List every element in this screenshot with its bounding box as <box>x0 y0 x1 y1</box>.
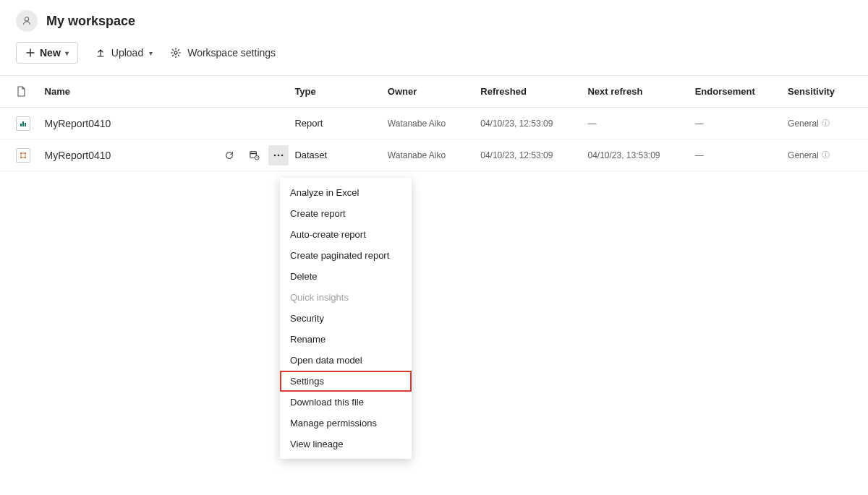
svg-point-13 <box>281 154 284 156</box>
row-refreshed: 04/10/23, 12:53:09 <box>480 150 587 160</box>
row-owner: Watanabe Aiko <box>388 119 480 129</box>
svg-point-11 <box>274 154 276 156</box>
workspace-header: My workspace <box>0 0 868 39</box>
workspace-settings-button[interactable]: Workspace settings <box>170 47 276 59</box>
schedule-refresh-button[interactable] <box>244 145 264 165</box>
more-options-button[interactable] <box>268 145 289 165</box>
column-header-endorsement[interactable]: Endorsement <box>695 86 788 97</box>
upload-label: Upload <box>111 47 143 59</box>
column-header-refreshed[interactable]: Refreshed <box>480 86 587 97</box>
workspace-title: My workspace <box>46 14 135 29</box>
schedule-refresh-icon <box>249 150 260 160</box>
svg-point-1 <box>174 51 177 54</box>
chevron-down-icon: ▾ <box>65 49 69 57</box>
row-owner: Watanabe Aiko <box>388 150 480 160</box>
workspace-toolbar: New ▾ Upload ▾ Workspace settings <box>0 39 868 76</box>
row-sensitivity: General ⓘ <box>788 118 852 129</box>
gear-icon <box>170 47 182 59</box>
column-header-next-refresh[interactable]: Next refresh <box>587 86 694 97</box>
svg-point-0 <box>25 17 28 21</box>
workspace-settings-label: Workspace settings <box>187 47 276 59</box>
svg-rect-3 <box>22 121 24 126</box>
svg-point-12 <box>278 154 280 156</box>
content-table: Name Type Owner Refreshed Next refresh E… <box>0 76 868 171</box>
column-header-type[interactable]: Type <box>294 86 387 97</box>
column-header-owner[interactable]: Owner <box>388 86 480 97</box>
ellipsis-icon <box>273 154 284 157</box>
row-type-icon <box>16 148 45 163</box>
table-header: Name Type Owner Refreshed Next refresh E… <box>0 76 868 108</box>
info-icon[interactable]: ⓘ <box>822 118 830 129</box>
chevron-down-icon: ▾ <box>149 49 153 57</box>
row-refreshed: 04/10/23, 12:53:09 <box>480 119 587 129</box>
refresh-now-button[interactable] <box>219 145 239 165</box>
column-header-icon <box>16 86 45 98</box>
plus-icon <box>25 48 35 58</box>
refresh-icon <box>224 150 234 160</box>
table-row[interactable]: MyReport0410 Report Watanabe Aiko 04/10/… <box>0 108 868 139</box>
row-next-refresh: 04/10/23, 13:53:09 <box>587 150 694 160</box>
new-button-label: New <box>40 47 61 59</box>
new-button[interactable]: New ▾ <box>16 42 78 64</box>
report-icon <box>19 119 27 128</box>
dataset-icon <box>19 151 27 160</box>
row-type: Dataset <box>294 150 387 160</box>
row-endorsement: — <box>695 150 788 160</box>
row-endorsement: — <box>695 119 788 129</box>
upload-button[interactable]: Upload ▾ <box>95 47 153 59</box>
file-icon <box>16 86 26 98</box>
table-row[interactable]: MyReport0410 Dataset Watanabe Aiko 04/10… <box>0 139 868 171</box>
row-type: Report <box>294 118 387 129</box>
row-name[interactable]: MyReport0410 <box>45 118 216 129</box>
column-header-sensitivity[interactable]: Sensitivity <box>788 86 852 97</box>
column-header-name[interactable]: Name <box>45 86 216 97</box>
info-icon[interactable]: ⓘ <box>822 150 830 160</box>
row-sensitivity: General ⓘ <box>788 150 852 160</box>
row-next-refresh: — <box>587 119 694 129</box>
upload-icon <box>95 48 106 58</box>
row-type-icon <box>16 116 45 131</box>
workspace-avatar <box>16 10 38 32</box>
svg-rect-4 <box>25 123 26 126</box>
svg-rect-2 <box>20 124 22 126</box>
row-name[interactable]: MyReport0410 <box>45 150 216 161</box>
person-icon <box>22 16 32 26</box>
